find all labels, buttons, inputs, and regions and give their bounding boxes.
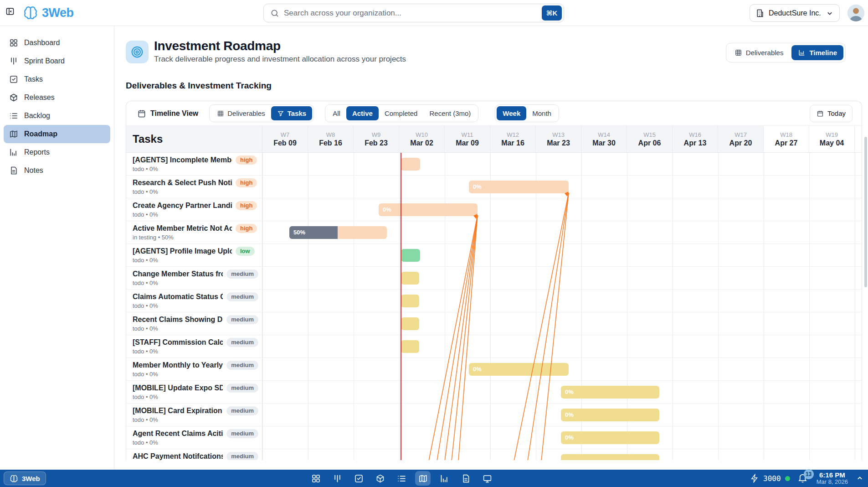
sidebar-collapse-icon[interactable] [5, 7, 18, 20]
task-row[interactable]: [MOBILE] Update Expo SDK ...medium todo … [126, 381, 862, 404]
gantt-bar[interactable]: 50% [289, 226, 338, 239]
task-row[interactable]: Agent Recent Claims Acitivty...medium to… [126, 426, 862, 449]
page-scrollbar-thumb[interactable] [864, 137, 867, 287]
week-column-w13: W13Mar 23 [536, 126, 581, 152]
dock-roadmap-icon[interactable] [415, 471, 431, 486]
dock-sprint-board-icon[interactable] [329, 471, 345, 486]
gantt-bar[interactable] [401, 249, 420, 262]
filter-segment-group: AllActiveCompletedRecent (3mo) [325, 104, 478, 122]
view-button-deliverables[interactable]: Deliverables [728, 45, 790, 60]
task-title: Active Member Metric Not Accu... [133, 224, 232, 233]
dock-dashboard-icon[interactable] [308, 471, 324, 486]
task-row[interactable]: [STAFF] Commission Calcula...medium todo… [126, 335, 862, 358]
task-title: [MOBILE] Card Expiration No... [133, 407, 223, 415]
priority-badge: medium [226, 361, 258, 370]
chevron-down-icon [825, 9, 834, 18]
sidebar-nav: DashboardSprint BoardTasksReleasesBacklo… [4, 34, 110, 180]
sidebar-item-notes[interactable]: Notes [4, 161, 110, 180]
task-row[interactable]: [MOBILE] Card Expiration No...medium tod… [126, 404, 862, 426]
dock-tasks-icon[interactable] [351, 471, 366, 486]
zoom-segment-month[interactable]: Month [526, 106, 557, 120]
gantt-bar[interactable] [401, 158, 420, 171]
section-title: Deliverables & Investment Tracking [126, 81, 868, 91]
reports-icon [9, 148, 18, 157]
taskbar-dock [308, 470, 495, 487]
org-selector[interactable]: DeductSure Inc. [750, 4, 840, 22]
today-button[interactable]: Today [810, 105, 853, 122]
notification-count-badge: 13 [804, 469, 814, 479]
sidebar-item-label: Sprint Board [24, 57, 65, 65]
timeline-card: Timeline View DeliverablesTasks AllActiv… [126, 101, 862, 460]
dock-monitor-icon[interactable] [479, 471, 495, 486]
gantt-bar[interactable]: 0% [561, 431, 659, 444]
type-segment-deliverables[interactable]: Deliverables [211, 106, 271, 120]
app-logo: 3Web [23, 5, 74, 21]
target-icon [126, 41, 149, 63]
priority-badge: high [236, 178, 257, 187]
week-column-w12: W12Mar 16 [490, 126, 536, 152]
search-shortcut-badge[interactable]: ⌘K [542, 5, 562, 21]
task-row[interactable]: Active Member Metric Not Accu...high in … [126, 221, 862, 244]
task-row[interactable]: Change Member Status from...medium todo … [126, 267, 862, 290]
gantt-bar[interactable]: 0% [469, 181, 569, 193]
chevron-up-icon[interactable] [855, 474, 864, 483]
sidebar-item-tasks[interactable]: Tasks [4, 70, 110, 88]
main-content: Investment Roadmap Track deliverable pro… [114, 26, 868, 470]
gantt-bar[interactable] [401, 340, 419, 353]
gantt-bar[interactable]: 0% [469, 363, 569, 376]
gantt-bar[interactable]: 0% [379, 203, 478, 216]
zoom-segment-week[interactable]: Week [497, 106, 526, 120]
filter-icon [277, 110, 284, 117]
grid-icon [734, 49, 742, 57]
gantt-bar[interactable]: 0% [561, 386, 659, 399]
task-status: in testing • 50% [133, 234, 258, 241]
sidebar-item-releases[interactable]: Releases [4, 88, 110, 107]
gantt-bar[interactable]: 0% [561, 409, 659, 421]
filter-segment-active[interactable]: Active [346, 106, 379, 120]
dock-reports-icon[interactable] [437, 471, 452, 486]
type-segment-tasks[interactable]: Tasks [271, 106, 312, 120]
brain-logo-icon [23, 5, 38, 21]
gantt-bar[interactable] [401, 317, 419, 330]
view-button-timeline[interactable]: Timeline [791, 45, 843, 60]
chart-icon [798, 49, 806, 57]
gantt-bar[interactable] [561, 454, 659, 460]
search-input[interactable] [284, 9, 542, 18]
global-search: ⌘K [263, 4, 564, 22]
sidebar-item-reports[interactable]: Reports [4, 143, 110, 161]
week-column-w19: W19May 04 [809, 126, 855, 152]
task-row[interactable]: Member Monthly to Yearly Bi...medium tod… [126, 358, 862, 381]
task-row[interactable]: Recent Claims Showing Drive...medium tod… [126, 312, 862, 335]
user-avatar[interactable] [847, 5, 864, 21]
task-row[interactable]: Research & Select Push Notifica...high t… [126, 176, 862, 198]
task-row[interactable]: [AGENTS] Incomplete Members ...high todo… [126, 153, 862, 176]
brain-logo-icon [10, 474, 18, 483]
taskbar-app-button[interactable]: 3Web [4, 471, 46, 485]
task-row[interactable]: Create Agency Partner Landing ...high to… [126, 198, 862, 221]
priority-badge: medium [226, 452, 258, 460]
task-row[interactable]: [AGENTS] Profile Image Uploade...low tod… [126, 244, 862, 267]
dock-releases-icon[interactable] [372, 471, 388, 486]
notifications-button[interactable]: 13 [797, 472, 809, 484]
task-row[interactable]: Claims Automatic Status Cha...medium tod… [126, 290, 862, 312]
filter-segment-completed[interactable]: Completed [379, 106, 424, 120]
gantt-bar[interactable] [401, 272, 419, 285]
gantt-bar[interactable] [401, 295, 419, 307]
filter-segment-all[interactable]: All [327, 106, 346, 120]
system-tray: 3000 13 6:16 PM Mar 8, 2026 [750, 470, 864, 487]
filter-segment-recent-3mo[interactable]: Recent (3mo) [423, 106, 477, 120]
task-row[interactable]: AHC Payment Notifcations St...medium tod… [126, 449, 862, 460]
sidebar-item-roadmap[interactable]: Roadmap [4, 125, 110, 143]
priority-badge: medium [226, 315, 258, 324]
sidebar-item-dashboard[interactable]: Dashboard [4, 34, 110, 52]
task-status: todo • 0% [133, 439, 258, 446]
today-marker-line [401, 153, 401, 460]
dock-notes-icon[interactable] [458, 471, 473, 486]
sidebar-item-backlog[interactable]: Backlog [4, 107, 110, 125]
clock-date: Mar 8, 2026 [817, 479, 848, 486]
dashboard-icon [9, 38, 18, 47]
sidebar-item-sprint-board[interactable]: Sprint Board [4, 52, 110, 70]
gantt-bar[interactable] [338, 226, 387, 239]
dock-backlog-icon[interactable] [394, 471, 409, 486]
task-title: [AGENTS] Profile Image Uploade... [133, 247, 232, 255]
